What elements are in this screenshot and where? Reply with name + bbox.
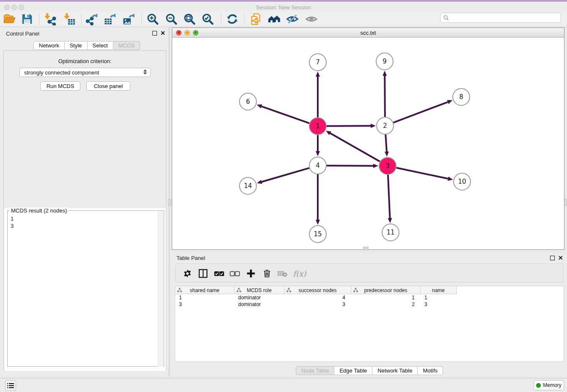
table-tab-node-table[interactable]: Node Table: [296, 366, 335, 375]
table-cell[interactable]: 1: [175, 294, 234, 301]
table-body: 1dominator4113dominator323: [175, 294, 564, 308]
column-header-shared-name[interactable]: shared name: [175, 286, 234, 294]
tab-mcds[interactable]: MCDS: [113, 41, 140, 50]
export-image-icon[interactable]: [121, 13, 136, 25]
horizontal-splitter-grip[interactable]: [363, 247, 369, 250]
delete-icon[interactable]: [261, 267, 273, 280]
tab-network[interactable]: Network: [33, 41, 65, 50]
graph-node-1[interactable]: 1: [309, 118, 326, 135]
table-row[interactable]: 1dominator411: [175, 294, 457, 301]
network-graph[interactable]: 7968124314101511: [172, 38, 564, 249]
search-input[interactable]: [449, 14, 558, 21]
table-cell[interactable]: 3: [284, 301, 351, 308]
float-panel-icon[interactable]: [152, 31, 157, 36]
graph-edge-1-6[interactable]: [261, 106, 309, 123]
import-table-icon[interactable]: [62, 13, 77, 25]
graph-node-10[interactable]: 10: [454, 173, 471, 190]
graph-edge-4-3[interactable]: [327, 166, 373, 166]
table-cell[interactable]: dominator: [234, 301, 284, 308]
hide-selected-icon[interactable]: [285, 13, 300, 25]
graph-edge-4-14[interactable]: [262, 168, 309, 182]
refresh-icon[interactable]: [225, 13, 239, 25]
first-neighbors-icon[interactable]: [267, 13, 281, 25]
deselect-all-checkbox-icon[interactable]: [228, 267, 241, 280]
show-all-icon[interactable]: [304, 13, 319, 25]
table-tab-edge-table[interactable]: Edge Table: [334, 366, 372, 375]
export-table-icon[interactable]: [103, 13, 117, 25]
graph-node-6[interactable]: 6: [239, 93, 256, 110]
result-scrollbar[interactable]: [158, 211, 163, 367]
zoom-in-icon[interactable]: [146, 13, 160, 25]
memory-button[interactable]: Memory: [534, 380, 564, 390]
table-cell[interactable]: 4: [284, 294, 351, 301]
table-float-icon[interactable]: [550, 256, 555, 260]
run-mcds-button[interactable]: Run MCDS: [40, 81, 80, 91]
clone-network-icon[interactable]: [249, 13, 263, 25]
tab-select[interactable]: Select: [88, 41, 113, 50]
column-view-icon[interactable]: [197, 267, 209, 280]
close-panel-button[interactable]: Close panel: [86, 81, 130, 91]
graph-node-3[interactable]: 3: [379, 157, 396, 174]
result-item[interactable]: 3: [9, 222, 158, 229]
zoom-fit-icon[interactable]: [182, 13, 197, 25]
table-row[interactable]: 3dominator323: [175, 301, 457, 308]
table-tabs: Node TableEdge TableNetwork TableMotifs: [296, 366, 443, 375]
close-panel-icon[interactable]: ✕: [160, 31, 165, 36]
table-cell[interactable]: 3: [175, 301, 234, 308]
graph-edge-2-3[interactable]: [385, 135, 387, 152]
table-tab-motifs[interactable]: Motifs: [418, 366, 443, 375]
delete-table-icon[interactable]: [276, 267, 289, 280]
save-session-icon[interactable]: [20, 13, 34, 25]
graph-edge-1-2[interactable]: [327, 126, 371, 126]
table-panel-header: Table Panel ✕: [172, 253, 567, 264]
result-item[interactable]: 1: [9, 215, 158, 222]
column-header-predecessor-nodes[interactable]: predecessor nodes: [351, 286, 421, 294]
graph-edge-2-9[interactable]: [385, 76, 385, 117]
criterion-select[interactable]: strongly connected component: [19, 68, 151, 77]
zoom-out-icon[interactable]: [164, 13, 179, 25]
select-all-checkbox-icon[interactable]: [213, 267, 226, 280]
toolbar-separator: [244, 13, 245, 25]
vertical-splitter-grip[interactable]: [168, 199, 171, 206]
export-network-icon[interactable]: [85, 13, 99, 25]
graph-edge-3-10[interactable]: [396, 168, 448, 179]
graph-node-9[interactable]: 9: [376, 53, 393, 70]
memory-label: Memory: [543, 382, 561, 388]
graph-node-7[interactable]: 7: [309, 54, 326, 71]
tab-style[interactable]: Style: [65, 41, 88, 50]
column-header-MCDS-role[interactable]: MCDS role: [234, 286, 284, 294]
toolbar-separator: [221, 13, 221, 25]
graph-node-2[interactable]: 2: [377, 117, 394, 134]
table-close-icon[interactable]: ✕: [558, 256, 563, 260]
table-cell[interactable]: 1: [351, 294, 421, 301]
column-header-name[interactable]: name: [421, 286, 457, 294]
graph-node-8[interactable]: 8: [453, 88, 470, 105]
gear-icon[interactable]: [181, 267, 194, 280]
task-history-button[interactable]: [5, 380, 16, 391]
import-network-icon[interactable]: [43, 13, 57, 25]
zoom-selected-icon[interactable]: [201, 13, 215, 25]
table-cell[interactable]: 3: [421, 301, 457, 308]
titlebar: Session: New Session: [0, 2, 567, 11]
column-header-successor-nodes[interactable]: successor nodes: [284, 286, 351, 294]
add-column-icon[interactable]: [245, 267, 257, 280]
table-cell[interactable]: dominator: [234, 294, 284, 301]
graph-node-11[interactable]: 11: [382, 224, 399, 241]
graph-node-14[interactable]: 14: [239, 177, 256, 194]
graph-edge-3-1[interactable]: [330, 133, 380, 162]
graph-edge-2-8[interactable]: [394, 102, 448, 123]
open-session-icon[interactable]: [2, 13, 17, 25]
list-icon: [7, 383, 14, 389]
svg-text:4: 4: [316, 162, 320, 169]
svg-text:11: 11: [386, 229, 394, 236]
graph-node-4[interactable]: 4: [309, 157, 326, 174]
window-title: Session: New Session: [0, 3, 567, 12]
graph-node-15[interactable]: 15: [309, 226, 326, 243]
control-panel: Control Panel ✕ NetworkStyleSelectMCDS O…: [0, 27, 169, 377]
table-cell[interactable]: 2: [351, 301, 421, 308]
graph-edge-3-11[interactable]: [388, 175, 390, 218]
table-tab-network-table[interactable]: Network Table: [372, 366, 418, 375]
table-cell[interactable]: 1: [421, 294, 457, 301]
svg-text:7: 7: [316, 58, 320, 66]
mcds-result-list[interactable]: 13: [9, 215, 158, 229]
